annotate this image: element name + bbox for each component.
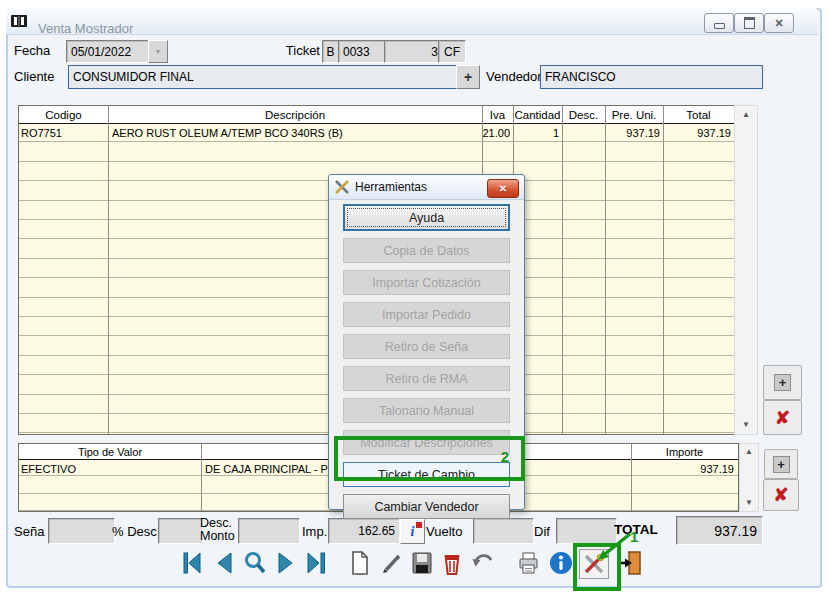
- save-button[interactable]: [409, 548, 435, 578]
- total-field: 937.19: [676, 516, 763, 545]
- scroll-up-icon[interactable]: ▲: [735, 107, 757, 123]
- tools-button[interactable]: [579, 549, 609, 579]
- red-marker-icon: [416, 522, 422, 528]
- scroll-down-icon[interactable]: ▼: [735, 417, 757, 433]
- col-header-cantidad[interactable]: Cantidad: [513, 106, 562, 123]
- ticket-numero-field[interactable]: 0033: [338, 40, 389, 63]
- info-icon: i: [411, 524, 415, 540]
- first-record-icon: [181, 550, 205, 576]
- col-header-iva[interactable]: Iva: [482, 106, 513, 123]
- cliente-field[interactable]: CONSUMIDOR FINAL: [68, 65, 458, 89]
- print-icon: [516, 550, 540, 576]
- add-cliente-button[interactable]: +: [456, 65, 480, 89]
- last-record-button[interactable]: [302, 548, 328, 578]
- cell-cantidad: 1: [513, 123, 559, 142]
- add-item-button[interactable]: +: [763, 365, 802, 400]
- dialog-buttons: Ayuda Copia de Datos Importar Cotización…: [343, 204, 510, 519]
- delete-icon: [440, 550, 464, 576]
- save-icon: [410, 550, 434, 576]
- talonario-manual-button: Talonario Manual: [343, 398, 510, 423]
- retiro-de-sena-button: Retiro de Seña: [343, 334, 510, 359]
- cell-importe: 937.19: [631, 459, 734, 478]
- herramientas-dialog: Herramientas ✕ Ayuda Copia de Datos Impo…: [328, 174, 525, 510]
- info-button[interactable]: [548, 548, 574, 578]
- items-grid-scrollbar[interactable]: ▲ ▼: [734, 105, 758, 435]
- pct-desc-field[interactable]: [158, 518, 203, 544]
- sena-label: Seña: [14, 524, 44, 539]
- ticket-seq-field[interactable]: 3: [384, 40, 443, 63]
- ticket-de-cambio-button[interactable]: Ticket de Cambio: [343, 462, 510, 487]
- cambiar-vendedor-button[interactable]: Cambiar Vendedor: [343, 494, 510, 519]
- tax-info-button[interactable]: i: [400, 519, 425, 544]
- delete-payment-button[interactable]: ✘: [763, 479, 799, 511]
- col-header-desc[interactable]: Desc.: [562, 106, 605, 123]
- delete-button[interactable]: [439, 548, 465, 578]
- fecha-dropdown-button[interactable]: ▼: [148, 40, 168, 63]
- exit-door-icon: [617, 549, 643, 577]
- tools-icon: [334, 179, 350, 195]
- fecha-label: Fecha: [14, 43, 50, 58]
- imp-field[interactable]: 162.65: [328, 518, 400, 544]
- dialog-close-button[interactable]: ✕: [487, 179, 519, 198]
- add-payment-button[interactable]: +: [764, 449, 798, 479]
- edit-icon: [379, 550, 403, 576]
- scroll-up-icon[interactable]: ▲: [740, 444, 758, 460]
- new-document-icon: [348, 550, 372, 576]
- fecha-field[interactable]: 05/01/2022: [66, 40, 154, 63]
- ticket-tipo-field[interactable]: CF: [438, 40, 466, 63]
- app-icon: [10, 13, 28, 29]
- importar-pedido-button: Importar Pedido: [343, 302, 510, 327]
- ayuda-button[interactable]: Ayuda: [343, 204, 510, 231]
- imp-label: Imp.: [302, 524, 327, 539]
- desc-monto-field[interactable]: [238, 518, 300, 544]
- copia-de-datos-button: Copia de Datos: [343, 238, 510, 263]
- scroll-down-icon[interactable]: ▼: [740, 495, 758, 511]
- dialog-title: Herramientas: [355, 180, 427, 194]
- vendedor-field[interactable]: FRANCISCO: [540, 65, 763, 89]
- search-button[interactable]: [242, 548, 268, 578]
- next-record-icon: [274, 550, 298, 576]
- plus-icon: +: [773, 456, 790, 473]
- dif-field[interactable]: [556, 518, 617, 544]
- col-header-total[interactable]: Total: [663, 106, 734, 123]
- vuelto-label: Vuelto: [426, 524, 462, 539]
- plus-icon: +: [464, 69, 472, 85]
- window-title: Venta Mostrador: [38, 21, 133, 36]
- pct-desc-label: % Desc.: [112, 524, 160, 539]
- new-document-button[interactable]: [347, 548, 373, 578]
- search-icon: [243, 550, 267, 576]
- undo-button[interactable]: [470, 548, 496, 578]
- close-icon: ✕: [499, 183, 507, 194]
- tools-icon: [582, 552, 606, 576]
- col-header-tipo-de-valor[interactable]: Tipo de Valor: [19, 444, 201, 459]
- next-record-button[interactable]: [273, 548, 299, 578]
- sena-field[interactable]: [48, 518, 115, 544]
- gridline-vertical: [201, 444, 202, 511]
- modificar-descripciones-button: Modificar Descripciones: [343, 430, 510, 455]
- col-header-codigo[interactable]: Codigo: [19, 106, 108, 123]
- chevron-down-icon: ▼: [155, 48, 162, 55]
- payments-grid-scrollbar[interactable]: ▲ ▼: [739, 443, 759, 512]
- first-record-button[interactable]: [180, 548, 206, 578]
- previous-record-button[interactable]: [211, 548, 237, 578]
- delete-item-button[interactable]: ✘: [763, 400, 802, 435]
- exit-button[interactable]: [617, 548, 643, 578]
- toolbar: [180, 548, 660, 582]
- close-button[interactable]: ✕: [764, 13, 794, 33]
- minimize-button[interactable]: [704, 13, 734, 33]
- plus-icon: +: [774, 374, 791, 391]
- maximize-button[interactable]: [734, 13, 764, 33]
- cell-descripcion: AERO RUST OLEUM A/TEMP BCO 340RS (B): [112, 123, 478, 142]
- ticket-label: Ticket: [282, 43, 320, 58]
- ticket-serie-field[interactable]: B: [322, 40, 339, 63]
- retiro-de-rma-button: Retiro de RMA: [343, 366, 510, 391]
- print-button[interactable]: [515, 548, 541, 578]
- col-header-descripcion[interactable]: Descripción: [108, 106, 482, 123]
- edit-button[interactable]: [378, 548, 404, 578]
- dialog-titlebar[interactable]: Herramientas ✕: [329, 175, 524, 200]
- close-icon: ✕: [774, 18, 783, 29]
- col-header-importe[interactable]: Importe: [631, 444, 738, 459]
- col-header-pre-uni[interactable]: Pre. Uni.: [605, 106, 663, 123]
- window-titlebar: Venta Mostrador: [6, 8, 818, 35]
- vuelto-field[interactable]: [473, 518, 534, 544]
